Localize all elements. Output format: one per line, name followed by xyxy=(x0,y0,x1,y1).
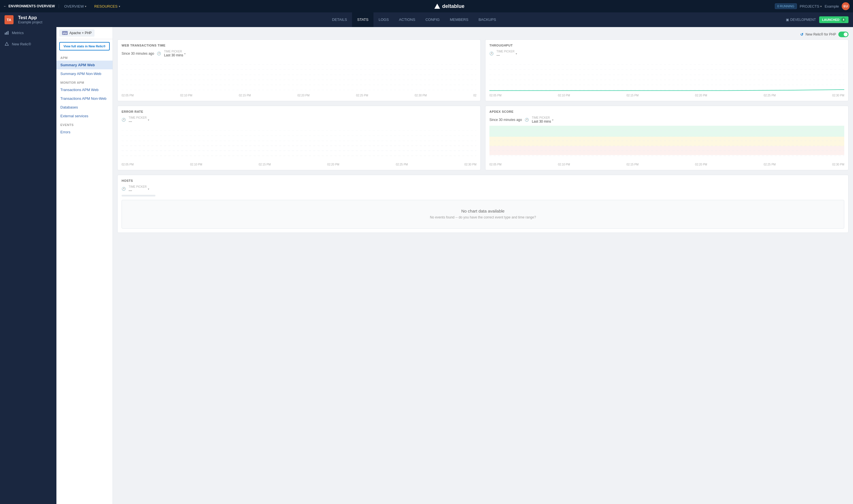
no-data-hosts: No chart data available No events found … xyxy=(122,200,844,229)
sidebar-label-metrics: Metrics xyxy=(12,31,24,35)
time-picker-hosts[interactable]: TIME PICKER --- ▾ xyxy=(128,185,149,193)
time-picker-web[interactable]: TIME PICKER Last 30 mins ▾ xyxy=(164,50,186,57)
apm-section-title: APM xyxy=(56,53,112,60)
sidebar-item-new-relic[interactable]: New Relic® xyxy=(0,38,56,50)
chart-title-web-transactions: WEB TRANSACTIONS TIME xyxy=(122,44,476,47)
toggle-knob xyxy=(844,32,848,36)
svg-rect-1 xyxy=(6,32,7,35)
app-title-group: Test App Example project xyxy=(18,15,42,24)
chart-axis-apdex: 02:05 PM02:10 PM02:15 PM02:20 PM02:25 PM… xyxy=(489,163,844,166)
main-layout: Metrics New Relic® php Apache + PHP View… xyxy=(0,27,853,504)
chart-title-throughput: THROUGHPUT xyxy=(489,44,844,47)
chart-title-error-rate: ERROR RATE xyxy=(122,110,476,113)
nav-errors[interactable]: Errors xyxy=(56,128,112,137)
avatar[interactable]: EU xyxy=(842,2,850,10)
time-picker-throughput[interactable]: TIME PICKER --- ▾ xyxy=(497,50,517,57)
chevron-down-icon: ▾ xyxy=(85,5,86,8)
chart-area-throughput xyxy=(489,59,844,93)
nav-external-services[interactable]: External services xyxy=(56,112,112,120)
bar-chart-icon xyxy=(4,31,9,35)
loading-bar xyxy=(122,195,155,196)
launched-badge: LAUNCHED ⏸ xyxy=(819,16,849,23)
view-full-stats-button[interactable]: View full stats in New Relic® xyxy=(59,42,110,51)
time-picker-apdex[interactable]: TIME PICKER Last 30 mins ▾ xyxy=(532,116,554,124)
logo-triangle-icon xyxy=(434,4,440,9)
no-data-title: No chart data available xyxy=(127,209,838,213)
app-icon: TA xyxy=(4,15,14,24)
chart-row-1: WEB TRANSACTIONS TIME Since 30 minutes a… xyxy=(117,39,849,101)
clock-icon: 🕐 xyxy=(525,118,529,122)
app-name: Test App xyxy=(18,15,42,20)
chart-axis-web-transactions: 02:05 PM02:10 PM02:15 PM02:20 PM02:25 PM… xyxy=(122,94,476,97)
chart-meta-hosts: 🕐 TIME PICKER --- ▾ xyxy=(122,185,844,193)
app-logo: deltablue xyxy=(124,3,775,9)
chart-hosts: HOSTS 🕐 TIME PICKER --- ▾ No chart data … xyxy=(117,175,849,233)
nav-databases[interactable]: Databases xyxy=(56,103,112,112)
chart-apdex: APDEX SCORE Since 30 minutes ago 🕐 TIME … xyxy=(485,106,849,170)
chevron-down-icon: ▾ xyxy=(820,5,822,8)
tab-members[interactable]: MEMBERS xyxy=(445,13,474,27)
tab-config[interactable]: CONFIG xyxy=(420,13,445,27)
top-navigation: ← ENVIRONMENTS OVERVIEW OVERVIEW ▾ RESOU… xyxy=(0,0,853,13)
content-area: php Apache + PHP View full stats in New … xyxy=(56,27,853,504)
nav-transactions-apm-web[interactable]: Transactions APM Web xyxy=(56,85,112,94)
chart-row-2: ERROR RATE 🕐 TIME PICKER --- ▾ xyxy=(117,106,849,170)
overview-nav-item[interactable]: OVERVIEW ▾ xyxy=(60,0,90,13)
nav-summary-apm-web[interactable]: Summary APM Web xyxy=(56,60,112,69)
new-relic-toggle-switch[interactable] xyxy=(838,32,849,37)
time-picker-error-rate[interactable]: TIME PICKER --- ▾ xyxy=(128,116,149,124)
clock-icon: 🕐 xyxy=(122,187,126,191)
line-chart-throughput xyxy=(489,59,844,93)
resources-nav-item[interactable]: RESOURCES ▾ xyxy=(90,0,124,13)
secondary-sidebar: php Apache + PHP View full stats in New … xyxy=(56,27,113,504)
running-badge[interactable]: 0 RUNNING xyxy=(775,3,797,9)
tab-details[interactable]: DETAILS xyxy=(327,13,352,27)
line-chart-error-rate xyxy=(122,126,476,162)
php-icon: php xyxy=(62,31,68,35)
no-data-desc: No events found -- do you have the corre… xyxy=(127,215,838,220)
apache-php-tab[interactable]: php Apache + PHP xyxy=(59,29,94,37)
chevron-down-icon: ▾ xyxy=(184,52,186,55)
chevron-down-icon: ▾ xyxy=(148,187,149,191)
chart-meta-throughput: 🕐 TIME PICKER --- ▾ xyxy=(489,50,844,57)
sidebar-item-metrics[interactable]: Metrics xyxy=(0,27,56,38)
svg-rect-0 xyxy=(5,33,6,35)
tab-actions[interactable]: ACTIONS xyxy=(394,13,420,27)
chart-since-apdex: Since 30 minutes ago xyxy=(489,118,522,122)
chart-area-error-rate xyxy=(122,126,476,162)
chart-title-hosts: HOSTS xyxy=(122,179,844,182)
chart-throughput: THROUGHPUT 🕐 TIME PICKER --- ▾ xyxy=(485,39,849,101)
pause-icon[interactable]: ⏸ xyxy=(841,17,846,22)
svg-marker-3 xyxy=(5,42,8,46)
chevron-down-icon: ▾ xyxy=(516,52,517,55)
app-tabs: DETAILS STATS LOGS ACTIONS CONFIG MEMBER… xyxy=(47,13,781,27)
chart-area-apdex xyxy=(489,126,844,162)
tab-backups[interactable]: BACKUPS xyxy=(473,13,501,27)
svg-rect-2 xyxy=(7,31,8,35)
chart-meta-apdex: Since 30 minutes ago 🕐 TIME PICKER Last … xyxy=(489,116,844,124)
chart-area-web-transactions xyxy=(122,59,476,93)
relic-icon xyxy=(4,42,9,46)
ss-tab-header: php Apache + PHP xyxy=(56,27,112,39)
nav-transactions-apm-non-web[interactable]: Transactions APM Non-Web xyxy=(56,94,112,103)
nav-summary-apm-non-web[interactable]: Summary APM Non-Web xyxy=(56,69,112,78)
chart-error-rate: ERROR RATE 🕐 TIME PICKER --- ▾ xyxy=(117,106,481,170)
tab-logs[interactable]: LOGS xyxy=(373,13,394,27)
tab-stats[interactable]: STATS xyxy=(352,13,373,27)
chevron-down-icon: ▾ xyxy=(148,119,149,122)
user-label: Example xyxy=(824,4,839,8)
clock-icon: 🕐 xyxy=(157,52,161,56)
app-header-right: ▣ DEVELOPMENT LAUNCHED ⏸ xyxy=(786,16,849,23)
back-button[interactable]: ← ENVIRONMENTS OVERVIEW xyxy=(3,4,59,8)
clock-icon: 🕐 xyxy=(489,52,494,56)
top-nav-right: 0 RUNNING PROJECTS ▾ Example EU xyxy=(775,2,850,10)
chart-axis-throughput: 02:05 PM02:10 PM02:15 PM02:20 PM02:25 PM… xyxy=(489,94,844,97)
line-chart-web-transactions xyxy=(122,59,476,93)
monitor-apm-section-title: MONITOR APM xyxy=(56,78,112,85)
clock-icon: 🕐 xyxy=(122,118,126,122)
projects-button[interactable]: PROJECTS ▾ xyxy=(800,4,822,8)
app-header: TA Test App Example project DETAILS STAT… xyxy=(0,13,853,27)
chart-web-transactions: WEB TRANSACTIONS TIME Since 30 minutes a… xyxy=(117,39,481,101)
left-sidebar: Metrics New Relic® xyxy=(0,27,56,504)
new-relic-toggle: ↺ New Relic® for PHP xyxy=(800,32,849,37)
